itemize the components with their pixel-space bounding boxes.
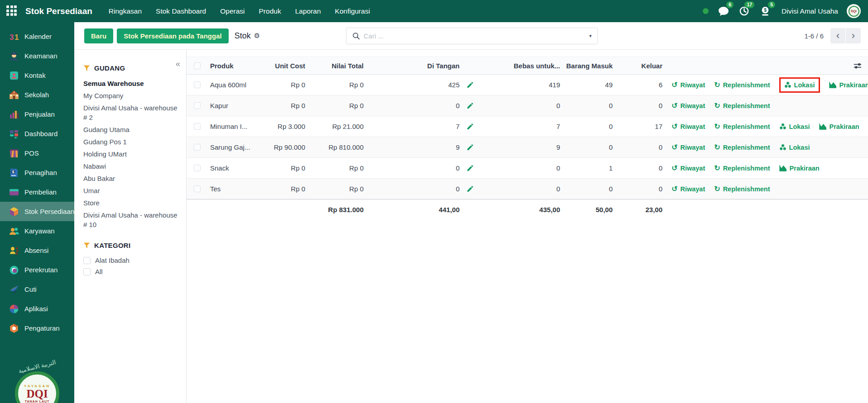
sidebar-item-perekrutan[interactable]: Perekrutan <box>0 260 74 280</box>
table-row[interactable]: Aqua 600ml Rp 0 Rp 0 425 419 49 6 ↺Riway… <box>187 75 868 95</box>
row-checkbox[interactable] <box>194 102 201 109</box>
money-icon[interactable]: $ 5 <box>759 5 771 17</box>
replenishment-button[interactable]: ↻Replenishment <box>714 123 770 130</box>
sidebar-item-aplikasi[interactable]: Aplikasi <box>0 299 74 318</box>
warehouse-item-my-company[interactable]: My Company <box>83 90 180 102</box>
edit-pencil-icon[interactable] <box>466 164 474 172</box>
menu-ringkasan[interactable]: Ringkasan <box>109 7 142 15</box>
edit-pencil-icon[interactable] <box>466 81 474 89</box>
col-barang-masuk[interactable]: Barang Masuk <box>560 62 613 70</box>
search-input[interactable] <box>360 32 584 40</box>
replenishment-button[interactable]: ↻Replenishment <box>714 165 770 172</box>
riwayat-button[interactable]: ↺Riwayat <box>671 102 705 109</box>
row-checkbox[interactable] <box>194 123 201 130</box>
replenishment-button[interactable]: ↻Replenishment <box>714 185 770 193</box>
replenishment-button[interactable]: ↻Replenishment <box>714 144 770 151</box>
stock-at-date-button[interactable]: Stok Persediaan pada Tanggal <box>117 28 228 43</box>
app-title[interactable]: Stok Persediaan <box>25 6 92 16</box>
warehouse-item-divisi-2[interactable]: Divisi Amal Usaha - warehouse # 2 <box>83 102 180 123</box>
row-checkbox[interactable] <box>194 165 201 171</box>
prakiraan-button[interactable]: Prakiraan <box>829 81 868 89</box>
table-row[interactable]: Tes Rp 0 Rp 0 0 0 0 0 ↺Riwayat ↻Replenis… <box>187 179 868 199</box>
sidebar-item-dashboard[interactable]: Dashboard <box>0 124 74 143</box>
col-bebas-untuk[interactable]: Bebas untuk... <box>484 62 560 70</box>
row-checkbox[interactable] <box>194 185 201 192</box>
lokasi-button[interactable]: Lokasi <box>779 144 810 151</box>
company-name[interactable]: Divisi Amal Usaha <box>782 7 838 15</box>
new-button[interactable]: Baru <box>84 28 113 43</box>
sidebar-item-keamanan[interactable]: Keamanan <box>0 46 74 66</box>
user-avatar[interactable]: DQI <box>847 4 861 18</box>
edit-pencil-icon[interactable] <box>466 143 474 151</box>
warehouse-item-umar[interactable]: Umar <box>83 185 180 197</box>
prakiraan-button[interactable]: Prakiraan <box>779 165 820 172</box>
sidebar-item-absensi[interactable]: Absensi <box>0 241 74 260</box>
sidebar-item-kalender[interactable]: 31 Kalender <box>0 27 74 46</box>
col-nilai-total[interactable]: Nilai Total <box>305 62 364 70</box>
table-row[interactable]: Sarung Gaj... Rp 90.000 Rp 810.000 9 9 0… <box>187 137 868 158</box>
sidebar-item-pengaturan[interactable]: Pengaturan <box>0 318 74 338</box>
category-item-all[interactable]: All <box>83 266 180 277</box>
warehouse-item-holding-umart[interactable]: Holding UMart <box>83 148 180 160</box>
select-all-checkbox[interactable] <box>194 62 201 69</box>
sidebar-item-sekolah[interactable]: Sekolah <box>0 85 74 104</box>
menu-produk[interactable]: Produk <box>259 7 281 15</box>
col-unit-cost[interactable]: Unit Cost <box>255 62 305 70</box>
lokasi-button[interactable]: Lokasi <box>784 81 815 89</box>
table-row[interactable]: Kapur Rp 0 Rp 0 0 0 0 0 ↺Riwayat ↻Replen… <box>187 95 868 116</box>
replenishment-button[interactable]: ↻Replenishment <box>714 102 770 109</box>
sidebar-item-penagihan[interactable]: $ Penagihan <box>0 163 74 182</box>
row-checkbox[interactable] <box>194 81 201 88</box>
apps-grid-icon[interactable] <box>6 5 18 17</box>
edit-pencil-icon[interactable] <box>466 102 474 109</box>
category-item-alat-ibadah[interactable]: Alat Ibadah <box>83 255 180 266</box>
warehouse-item-gudang-utama[interactable]: Gudang Utama <box>83 123 180 136</box>
menu-operasi[interactable]: Operasi <box>220 7 245 15</box>
warehouse-item-nabawi[interactable]: Nabawi <box>83 160 180 172</box>
edit-pencil-icon[interactable] <box>466 185 474 193</box>
edit-pencil-icon[interactable] <box>466 123 474 130</box>
search-bar[interactable]: ▾ <box>346 28 598 44</box>
warehouse-item-semua[interactable]: Semua Warehouse <box>83 77 180 90</box>
cell-nilai-total: Rp 0 <box>305 164 364 172</box>
replenishment-button[interactable]: ↻Replenishment <box>714 81 770 89</box>
messages-icon[interactable]: 6 <box>717 5 729 17</box>
prakiraan-button[interactable]: Prakiraan <box>819 123 859 130</box>
search-dropdown-toggle[interactable]: ▾ <box>584 28 597 44</box>
riwayat-button[interactable]: ↺Riwayat <box>671 144 705 151</box>
col-keluar[interactable]: Keluar <box>613 62 662 70</box>
menu-stok-dashboard[interactable]: Stok Dashboard <box>156 7 206 15</box>
warehouse-item-abu-bakar[interactable]: Abu Bakar <box>83 172 180 185</box>
sidebar-item-cuti[interactable]: Cuti <box>0 280 74 299</box>
forecast-chart-icon <box>779 165 787 171</box>
sidebar-item-pos[interactable]: POS <box>0 143 74 163</box>
riwayat-button[interactable]: ↺Riwayat <box>671 185 705 193</box>
collapse-panel-icon[interactable]: « <box>176 60 180 68</box>
col-di-tangan[interactable]: Di Tangan <box>364 62 460 70</box>
table-row[interactable]: Snack Rp 0 Rp 0 0 0 1 0 ↺Riwayat ↻Replen… <box>187 158 868 179</box>
pager-next-icon[interactable]: › <box>846 28 861 43</box>
lokasi-button[interactable]: Lokasi <box>779 123 810 130</box>
pager-prev-icon[interactable]: ‹ <box>830 28 845 43</box>
sidebar-item-pembelian[interactable]: Pembelian <box>0 182 74 202</box>
warehouse-item-store[interactable]: Store <box>83 197 180 209</box>
menu-laporan[interactable]: Laporan <box>295 7 321 15</box>
col-produk[interactable]: Produk <box>207 62 255 70</box>
table-row[interactable]: Minuman I... Rp 3.000 Rp 21.000 7 7 0 17… <box>187 116 868 137</box>
sidebar-item-kontak[interactable]: Kontak <box>0 66 74 85</box>
sidebar-item-stok-persediaan[interactable]: Stok Persediaan <box>0 202 74 221</box>
activities-icon[interactable]: 17 <box>738 5 750 17</box>
optional-columns-icon[interactable] <box>854 62 862 71</box>
menu-konfigurasi[interactable]: Konfigurasi <box>335 7 370 15</box>
gear-icon[interactable]: ⚙ <box>254 32 260 40</box>
sidebar-item-karyawan[interactable]: Karyawan <box>0 221 74 241</box>
row-checkbox[interactable] <box>194 144 201 151</box>
warehouse-item-gudang-pos-1[interactable]: Gudang Pos 1 <box>83 136 180 148</box>
checkbox[interactable] <box>83 257 91 264</box>
riwayat-button[interactable]: ↺Riwayat <box>671 165 705 172</box>
riwayat-button[interactable]: ↺Riwayat <box>671 81 705 89</box>
checkbox[interactable] <box>83 268 91 275</box>
warehouse-item-divisi-10[interactable]: Divisi Amal Usaha - warehouse # 10 <box>83 209 180 231</box>
sidebar-item-penjualan[interactable]: Penjualan <box>0 104 74 124</box>
riwayat-button[interactable]: ↺Riwayat <box>671 123 705 130</box>
